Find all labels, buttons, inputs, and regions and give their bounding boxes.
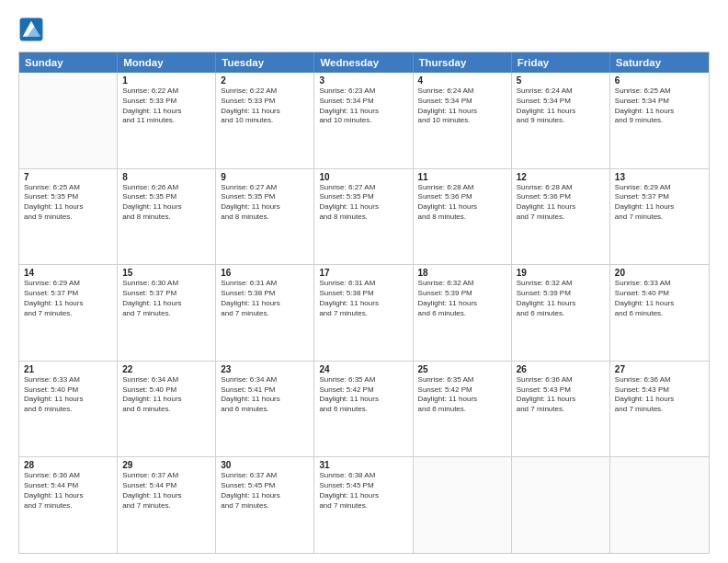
calendar-cell	[512, 457, 610, 553]
calendar-cell: 9Sunrise: 6:27 AM Sunset: 5:35 PM Daylig…	[216, 169, 314, 265]
cell-info: Sunrise: 6:35 AM Sunset: 5:42 PM Dayligh…	[418, 375, 506, 415]
calendar-cell: 8Sunrise: 6:26 AM Sunset: 5:35 PM Daylig…	[118, 169, 216, 265]
calendar-cell: 2Sunrise: 6:22 AM Sunset: 5:33 PM Daylig…	[216, 73, 314, 168]
page: SundayMondayTuesdayWednesdayThursdayFrid…	[0, 0, 728, 563]
header-day-saturday: Saturday	[610, 52, 709, 73]
day-number: 11	[418, 172, 506, 182]
cell-info: Sunrise: 6:31 AM Sunset: 5:38 PM Dayligh…	[221, 279, 309, 318]
cell-info: Sunrise: 6:24 AM Sunset: 5:34 PM Dayligh…	[517, 86, 605, 126]
cell-info: Sunrise: 6:25 AM Sunset: 5:34 PM Dayligh…	[615, 86, 704, 126]
cell-info: Sunrise: 6:28 AM Sunset: 5:36 PM Dayligh…	[517, 183, 605, 223]
calendar-cell: 29Sunrise: 6:37 AM Sunset: 5:44 PM Dayli…	[118, 457, 216, 553]
calendar-cell: 21Sunrise: 6:33 AM Sunset: 5:40 PM Dayli…	[19, 362, 118, 457]
cell-info: Sunrise: 6:22 AM Sunset: 5:33 PM Dayligh…	[221, 86, 309, 126]
day-number: 15	[122, 268, 210, 278]
cell-info: Sunrise: 6:29 AM Sunset: 5:37 PM Dayligh…	[615, 183, 704, 223]
calendar-cell: 15Sunrise: 6:30 AM Sunset: 5:37 PM Dayli…	[118, 265, 216, 361]
cell-info: Sunrise: 6:31 AM Sunset: 5:38 PM Dayligh…	[319, 279, 407, 318]
calendar-cell: 18Sunrise: 6:32 AM Sunset: 5:39 PM Dayli…	[414, 265, 512, 361]
day-number: 31	[319, 460, 407, 470]
calendar-cell	[19, 73, 118, 168]
day-number: 13	[615, 172, 704, 182]
calendar-cell: 3Sunrise: 6:23 AM Sunset: 5:34 PM Daylig…	[314, 73, 413, 168]
day-number: 27	[615, 364, 704, 374]
day-number: 7	[24, 172, 112, 182]
calendar-cell: 19Sunrise: 6:32 AM Sunset: 5:39 PM Dayli…	[512, 265, 610, 361]
day-number: 22	[122, 364, 210, 374]
cell-info: Sunrise: 6:24 AM Sunset: 5:34 PM Dayligh…	[418, 86, 506, 126]
calendar-cell: 30Sunrise: 6:37 AM Sunset: 5:45 PM Dayli…	[216, 457, 314, 553]
calendar-cell: 4Sunrise: 6:24 AM Sunset: 5:34 PM Daylig…	[414, 73, 512, 168]
cell-info: Sunrise: 6:25 AM Sunset: 5:35 PM Dayligh…	[24, 183, 112, 223]
header-day-monday: Monday	[118, 52, 216, 73]
cell-info: Sunrise: 6:38 AM Sunset: 5:45 PM Dayligh…	[319, 471, 407, 511]
day-number: 16	[221, 268, 309, 278]
calendar-cell: 17Sunrise: 6:31 AM Sunset: 5:38 PM Dayli…	[314, 265, 413, 361]
header-day-tuesday: Tuesday	[216, 52, 314, 73]
header-day-thursday: Thursday	[414, 52, 512, 73]
calendar-cell	[414, 457, 512, 553]
calendar-cell: 28Sunrise: 6:36 AM Sunset: 5:44 PM Dayli…	[19, 457, 118, 553]
cell-info: Sunrise: 6:33 AM Sunset: 5:40 PM Dayligh…	[24, 375, 112, 415]
cell-info: Sunrise: 6:34 AM Sunset: 5:40 PM Dayligh…	[122, 375, 210, 415]
cell-info: Sunrise: 6:36 AM Sunset: 5:43 PM Dayligh…	[517, 375, 605, 415]
calendar-cell	[610, 457, 709, 553]
calendar-cell: 20Sunrise: 6:33 AM Sunset: 5:40 PM Dayli…	[610, 265, 709, 361]
calendar-cell: 13Sunrise: 6:29 AM Sunset: 5:37 PM Dayli…	[610, 169, 709, 265]
day-number: 24	[319, 364, 407, 374]
cell-info: Sunrise: 6:37 AM Sunset: 5:45 PM Dayligh…	[221, 471, 309, 511]
calendar-row-2: 7Sunrise: 6:25 AM Sunset: 5:35 PM Daylig…	[19, 169, 709, 266]
cell-info: Sunrise: 6:23 AM Sunset: 5:34 PM Dayligh…	[319, 86, 407, 126]
day-number: 5	[517, 75, 605, 86]
day-number: 21	[24, 364, 112, 374]
cell-info: Sunrise: 6:35 AM Sunset: 5:42 PM Dayligh…	[319, 375, 407, 415]
day-number: 19	[517, 268, 605, 278]
calendar-cell: 14Sunrise: 6:29 AM Sunset: 5:37 PM Dayli…	[19, 265, 118, 361]
day-number: 26	[517, 364, 605, 374]
calendar-cell: 25Sunrise: 6:35 AM Sunset: 5:42 PM Dayli…	[414, 362, 512, 457]
calendar-cell: 24Sunrise: 6:35 AM Sunset: 5:42 PM Dayli…	[314, 362, 413, 457]
calendar-row-5: 28Sunrise: 6:36 AM Sunset: 5:44 PM Dayli…	[19, 457, 709, 553]
calendar-header: SundayMondayTuesdayWednesdayThursdayFrid…	[19, 52, 709, 73]
cell-info: Sunrise: 6:32 AM Sunset: 5:39 PM Dayligh…	[517, 279, 605, 318]
day-number: 14	[24, 268, 112, 278]
calendar-cell: 12Sunrise: 6:28 AM Sunset: 5:36 PM Dayli…	[512, 169, 610, 265]
cell-info: Sunrise: 6:37 AM Sunset: 5:44 PM Dayligh…	[122, 471, 210, 511]
calendar-row-3: 14Sunrise: 6:29 AM Sunset: 5:37 PM Dayli…	[19, 265, 709, 362]
day-number: 17	[319, 268, 407, 278]
day-number: 3	[319, 75, 407, 86]
cell-info: Sunrise: 6:33 AM Sunset: 5:40 PM Dayligh…	[615, 279, 704, 318]
calendar: SundayMondayTuesdayWednesdayThursdayFrid…	[18, 52, 710, 554]
calendar-cell: 27Sunrise: 6:36 AM Sunset: 5:43 PM Dayli…	[610, 362, 709, 457]
day-number: 23	[221, 364, 309, 374]
calendar-cell: 22Sunrise: 6:34 AM Sunset: 5:40 PM Dayli…	[118, 362, 216, 457]
calendar-cell: 1Sunrise: 6:22 AM Sunset: 5:33 PM Daylig…	[118, 73, 216, 168]
header-day-friday: Friday	[512, 52, 610, 73]
day-number: 25	[418, 364, 506, 374]
calendar-cell: 10Sunrise: 6:27 AM Sunset: 5:35 PM Dayli…	[314, 169, 413, 265]
calendar-row-1: 1Sunrise: 6:22 AM Sunset: 5:33 PM Daylig…	[19, 73, 709, 169]
day-number: 28	[24, 460, 112, 470]
day-number: 12	[517, 172, 605, 182]
logo-icon	[18, 17, 44, 42]
cell-info: Sunrise: 6:26 AM Sunset: 5:35 PM Dayligh…	[122, 183, 210, 223]
calendar-body: 1Sunrise: 6:22 AM Sunset: 5:33 PM Daylig…	[19, 73, 709, 553]
calendar-cell: 31Sunrise: 6:38 AM Sunset: 5:45 PM Dayli…	[314, 457, 413, 553]
day-number: 30	[221, 460, 309, 470]
cell-info: Sunrise: 6:34 AM Sunset: 5:41 PM Dayligh…	[221, 375, 309, 415]
cell-info: Sunrise: 6:22 AM Sunset: 5:33 PM Dayligh…	[122, 86, 210, 126]
cell-info: Sunrise: 6:32 AM Sunset: 5:39 PM Dayligh…	[418, 279, 506, 318]
cell-info: Sunrise: 6:28 AM Sunset: 5:36 PM Dayligh…	[418, 183, 506, 223]
calendar-cell: 5Sunrise: 6:24 AM Sunset: 5:34 PM Daylig…	[512, 73, 610, 168]
logo	[18, 17, 48, 42]
day-number: 8	[122, 172, 210, 182]
day-number: 1	[122, 75, 210, 86]
cell-info: Sunrise: 6:27 AM Sunset: 5:35 PM Dayligh…	[319, 183, 407, 223]
day-number: 18	[418, 268, 506, 278]
calendar-row-4: 21Sunrise: 6:33 AM Sunset: 5:40 PM Dayli…	[19, 362, 709, 458]
cell-info: Sunrise: 6:30 AM Sunset: 5:37 PM Dayligh…	[122, 279, 210, 318]
header-day-sunday: Sunday	[19, 52, 118, 73]
cell-info: Sunrise: 6:36 AM Sunset: 5:43 PM Dayligh…	[615, 375, 704, 415]
calendar-cell: 7Sunrise: 6:25 AM Sunset: 5:35 PM Daylig…	[19, 169, 118, 265]
day-number: 29	[122, 460, 210, 470]
